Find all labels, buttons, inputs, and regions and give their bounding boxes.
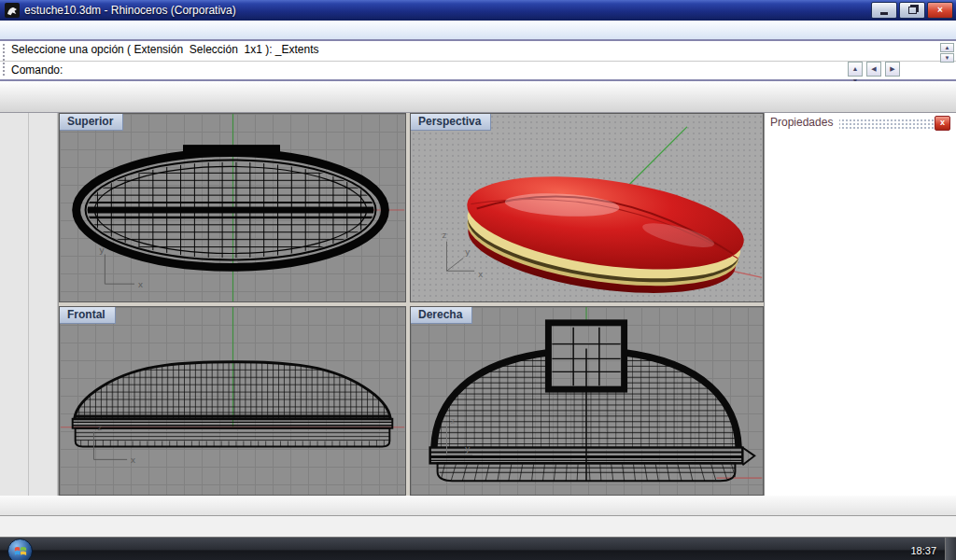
restore-button[interactable] — [899, 2, 925, 19]
command-spinner[interactable]: ▲▼ — [848, 62, 863, 77]
viewport-perspectiva[interactable]: Perspectiva — [410, 113, 764, 302]
perspectiva-render: z y x — [411, 114, 763, 301]
axis-label-z: z — [97, 422, 102, 432]
main-toolbar — [0, 81, 956, 113]
viewport-label-perspectiva[interactable]: Perspectiva — [411, 114, 491, 131]
window-title: estuche10.3dm - Rhinoceros (Corporativa) — [24, 4, 871, 17]
close-button[interactable]: × — [927, 2, 953, 19]
status-bar — [0, 516, 956, 538]
viewport-derecha[interactable]: Derecha — [410, 306, 764, 496]
minimize-button[interactable] — [871, 2, 897, 19]
viewport-grid: Superior — [59, 113, 764, 496]
restore-icon — [908, 7, 917, 14]
show-desktop-button[interactable] — [945, 538, 956, 560]
command-history-line[interactable]: Seleccione una opción ( Extensión Selecc… — [0, 41, 956, 62]
viewport-superior[interactable]: Superior — [59, 113, 406, 302]
axis-label-y: y — [99, 245, 104, 255]
panel-close-icon[interactable]: x — [935, 116, 950, 131]
viewport-label-frontal[interactable]: Frontal — [60, 307, 116, 324]
axis-label-y: y — [465, 443, 470, 454]
command-next-button[interactable]: ▶ — [885, 62, 900, 77]
axis-label-z: z — [443, 230, 447, 240]
command-prev-button[interactable]: ◀ — [866, 62, 881, 77]
axis-label-z: z — [450, 415, 455, 426]
command-area: Seleccione una opción ( Extensión Selecc… — [0, 41, 956, 81]
taskbar-clock: 18:37 — [910, 545, 936, 556]
properties-panel: Propiedades x — [764, 113, 956, 496]
axis-label-x: x — [478, 269, 483, 279]
command-scroll-up[interactable]: ▲ — [940, 43, 954, 52]
windows-taskbar: 18:37 — [0, 538, 956, 560]
start-button[interactable] — [7, 539, 33, 560]
derecha-wireframe: z y — [411, 307, 763, 495]
frontal-wireframe: z x — [60, 307, 405, 495]
osnap-bar — [0, 496, 956, 516]
superior-wireframe: y x — [60, 114, 405, 301]
viewport-frontal[interactable]: Frontal — [59, 306, 406, 496]
viewport-label-superior[interactable]: Superior — [60, 114, 123, 131]
rhino-logo-icon — [5, 3, 20, 18]
viewport-label-derecha[interactable]: Derecha — [411, 307, 472, 324]
command-scroll-down[interactable]: ▼ — [940, 53, 954, 63]
title-bar: estuche10.3dm - Rhinoceros (Corporativa)… — [0, 0, 956, 21]
tool-column-a — [0, 113, 29, 496]
tool-column-b — [29, 113, 58, 496]
menu-bar — [0, 21, 956, 41]
command-grab-handle[interactable] — [2, 43, 7, 77]
properties-header[interactable]: Propiedades x — [770, 116, 952, 132]
properties-title: Propiedades — [770, 116, 839, 129]
axis-label-x: x — [138, 279, 143, 289]
command-prompt-line[interactable]: Comando: — [0, 62, 956, 82]
left-tool-palette — [0, 113, 59, 496]
axis-label-x: x — [131, 455, 135, 465]
windows-flag-icon — [14, 544, 27, 557]
axis-label-y: y — [465, 246, 470, 257]
minimize-icon — [880, 12, 888, 15]
